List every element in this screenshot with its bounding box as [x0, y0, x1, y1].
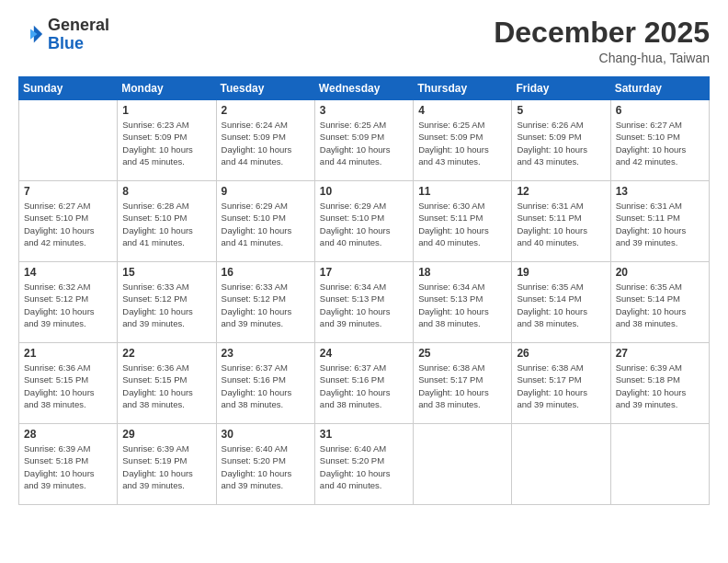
day-info: Sunrise: 6:38 AMSunset: 5:17 PMDaylight:…	[517, 362, 605, 410]
calendar-cell: 4Sunrise: 6:25 AMSunset: 5:09 PMDaylight…	[414, 100, 512, 181]
calendar-cell: 20Sunrise: 6:35 AMSunset: 5:14 PMDayligh…	[610, 262, 709, 343]
day-info: Sunrise: 6:35 AMSunset: 5:14 PMDaylight:…	[517, 281, 605, 329]
day-number: 8	[122, 185, 210, 198]
day-number: 4	[418, 104, 506, 117]
page: General Blue December 2025 Chang-hua, Ta…	[0, 0, 728, 563]
calendar-cell: 17Sunrise: 6:34 AMSunset: 5:13 PMDayligh…	[314, 262, 413, 343]
calendar-cell: 3Sunrise: 6:25 AMSunset: 5:09 PMDaylight…	[314, 100, 413, 181]
calendar-cell: 6Sunrise: 6:27 AMSunset: 5:10 PMDaylight…	[610, 100, 709, 181]
calendar-cell: 5Sunrise: 6:26 AMSunset: 5:09 PMDaylight…	[512, 100, 610, 181]
day-number: 3	[320, 104, 408, 117]
day-info: Sunrise: 6:40 AMSunset: 5:20 PMDaylight:…	[320, 442, 408, 491]
day-info: Sunrise: 6:26 AMSunset: 5:09 PMDaylight:…	[517, 119, 605, 167]
day-info: Sunrise: 6:39 AMSunset: 5:18 PMDaylight:…	[616, 362, 704, 410]
calendar-cell: 22Sunrise: 6:36 AMSunset: 5:15 PMDayligh…	[118, 343, 216, 424]
calendar-cell: 18Sunrise: 6:34 AMSunset: 5:13 PMDayligh…	[414, 262, 512, 343]
day-number: 7	[24, 185, 112, 198]
calendar-cell	[414, 424, 512, 505]
day-info: Sunrise: 6:34 AMSunset: 5:13 PMDaylight:…	[320, 281, 408, 329]
week-row-1: 1Sunrise: 6:23 AMSunset: 5:09 PMDaylight…	[19, 100, 710, 181]
logo: General Blue	[18, 17, 109, 53]
calendar-cell: 1Sunrise: 6:23 AMSunset: 5:09 PMDaylight…	[118, 100, 216, 181]
day-number: 18	[418, 266, 506, 279]
day-info: Sunrise: 6:30 AMSunset: 5:11 PMDaylight:…	[418, 200, 506, 248]
week-row-2: 7Sunrise: 6:27 AMSunset: 5:10 PMDaylight…	[19, 181, 710, 262]
title-block: December 2025 Chang-hua, Taiwan	[494, 17, 710, 65]
calendar-cell: 8Sunrise: 6:28 AMSunset: 5:10 PMDaylight…	[118, 181, 216, 262]
day-info: Sunrise: 6:25 AMSunset: 5:09 PMDaylight:…	[418, 119, 506, 167]
day-number: 10	[320, 185, 408, 198]
calendar-cell: 15Sunrise: 6:33 AMSunset: 5:12 PMDayligh…	[118, 262, 216, 343]
day-number: 11	[418, 185, 506, 198]
day-number: 2	[222, 104, 310, 117]
day-header-monday: Monday	[118, 77, 216, 100]
day-number: 21	[24, 347, 112, 360]
day-info: Sunrise: 6:39 AMSunset: 5:19 PMDaylight:…	[122, 442, 210, 491]
day-info: Sunrise: 6:37 AMSunset: 5:16 PMDaylight:…	[320, 362, 408, 410]
day-number: 16	[222, 266, 310, 279]
calendar-cell	[19, 100, 118, 181]
calendar-cell: 29Sunrise: 6:39 AMSunset: 5:19 PMDayligh…	[118, 424, 216, 505]
day-number: 20	[616, 266, 704, 279]
day-info: Sunrise: 6:35 AMSunset: 5:14 PMDaylight:…	[616, 281, 704, 329]
day-number: 29	[122, 428, 210, 441]
calendar-cell: 23Sunrise: 6:37 AMSunset: 5:16 PMDayligh…	[216, 343, 314, 424]
month-year: December 2025	[494, 17, 710, 49]
logo-icon	[18, 22, 44, 48]
day-info: Sunrise: 6:27 AMSunset: 5:10 PMDaylight:…	[24, 200, 112, 248]
day-number: 13	[616, 185, 704, 198]
day-number: 1	[122, 104, 210, 117]
calendar-cell: 11Sunrise: 6:30 AMSunset: 5:11 PMDayligh…	[414, 181, 512, 262]
day-header-wednesday: Wednesday	[314, 77, 413, 100]
day-info: Sunrise: 6:29 AMSunset: 5:10 PMDaylight:…	[320, 200, 408, 248]
day-info: Sunrise: 6:23 AMSunset: 5:09 PMDaylight:…	[122, 119, 210, 167]
calendar-cell: 19Sunrise: 6:35 AMSunset: 5:14 PMDayligh…	[512, 262, 610, 343]
day-number: 27	[616, 347, 704, 360]
day-header-saturday: Saturday	[610, 77, 709, 100]
day-info: Sunrise: 6:25 AMSunset: 5:09 PMDaylight:…	[320, 119, 408, 167]
day-info: Sunrise: 6:29 AMSunset: 5:10 PMDaylight:…	[222, 200, 310, 248]
day-header-friday: Friday	[512, 77, 610, 100]
day-number: 31	[320, 428, 408, 441]
calendar-cell: 27Sunrise: 6:39 AMSunset: 5:18 PMDayligh…	[610, 343, 709, 424]
header: General Blue December 2025 Chang-hua, Ta…	[18, 17, 710, 65]
day-number: 9	[222, 185, 310, 198]
day-info: Sunrise: 6:31 AMSunset: 5:11 PMDaylight:…	[517, 200, 605, 248]
calendar-cell: 10Sunrise: 6:29 AMSunset: 5:10 PMDayligh…	[314, 181, 413, 262]
calendar-cell: 30Sunrise: 6:40 AMSunset: 5:20 PMDayligh…	[216, 424, 314, 505]
calendar-cell: 9Sunrise: 6:29 AMSunset: 5:10 PMDaylight…	[216, 181, 314, 262]
day-info: Sunrise: 6:36 AMSunset: 5:15 PMDaylight:…	[122, 362, 210, 410]
day-info: Sunrise: 6:33 AMSunset: 5:12 PMDaylight:…	[122, 281, 210, 329]
calendar-cell: 25Sunrise: 6:38 AMSunset: 5:17 PMDayligh…	[414, 343, 512, 424]
calendar-table: SundayMondayTuesdayWednesdayThursdayFrid…	[18, 76, 710, 505]
day-number: 17	[320, 266, 408, 279]
calendar-cell	[512, 424, 610, 505]
day-number: 24	[320, 347, 408, 360]
day-number: 30	[222, 428, 310, 441]
day-number: 15	[122, 266, 210, 279]
calendar-cell: 12Sunrise: 6:31 AMSunset: 5:11 PMDayligh…	[512, 181, 610, 262]
day-header-thursday: Thursday	[414, 77, 512, 100]
week-row-5: 28Sunrise: 6:39 AMSunset: 5:18 PMDayligh…	[19, 424, 710, 505]
days-header-row: SundayMondayTuesdayWednesdayThursdayFrid…	[19, 77, 710, 100]
day-info: Sunrise: 6:36 AMSunset: 5:15 PMDaylight:…	[24, 362, 112, 410]
day-number: 22	[122, 347, 210, 360]
calendar-cell	[610, 424, 709, 505]
day-info: Sunrise: 6:32 AMSunset: 5:12 PMDaylight:…	[24, 281, 112, 329]
day-info: Sunrise: 6:37 AMSunset: 5:16 PMDaylight:…	[222, 362, 310, 410]
calendar-cell: 24Sunrise: 6:37 AMSunset: 5:16 PMDayligh…	[314, 343, 413, 424]
day-header-tuesday: Tuesday	[216, 77, 314, 100]
day-header-sunday: Sunday	[19, 77, 118, 100]
week-row-3: 14Sunrise: 6:32 AMSunset: 5:12 PMDayligh…	[19, 262, 710, 343]
day-number: 23	[222, 347, 310, 360]
day-number: 14	[24, 266, 112, 279]
calendar-cell: 16Sunrise: 6:33 AMSunset: 5:12 PMDayligh…	[216, 262, 314, 343]
logo-text: General Blue	[48, 17, 109, 53]
day-number: 6	[616, 104, 704, 117]
calendar-cell: 14Sunrise: 6:32 AMSunset: 5:12 PMDayligh…	[19, 262, 118, 343]
calendar-cell: 21Sunrise: 6:36 AMSunset: 5:15 PMDayligh…	[19, 343, 118, 424]
day-info: Sunrise: 6:33 AMSunset: 5:12 PMDaylight:…	[222, 281, 310, 329]
day-number: 5	[517, 104, 605, 117]
calendar-cell: 13Sunrise: 6:31 AMSunset: 5:11 PMDayligh…	[610, 181, 709, 262]
day-number: 12	[517, 185, 605, 198]
